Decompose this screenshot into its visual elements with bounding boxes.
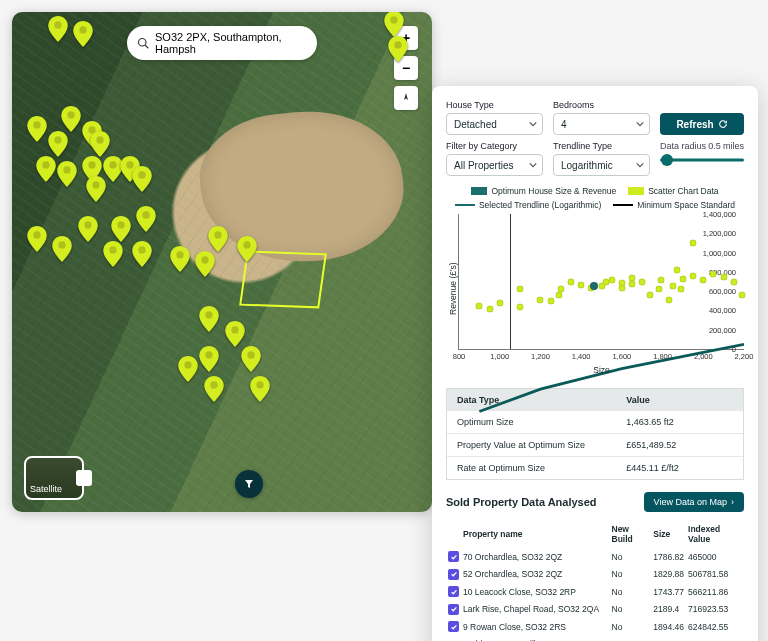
search-value: SO32 2PX, Southampton, Hampsh	[155, 31, 307, 55]
scatter-point	[537, 296, 544, 303]
search-icon	[137, 37, 149, 49]
trendline-field: Trendline Type Logarithmic	[553, 141, 650, 176]
map-pin[interactable]	[27, 226, 47, 252]
slider-knob[interactable]	[661, 154, 673, 166]
svg-point-10	[97, 136, 104, 143]
map-pin[interactable]	[132, 166, 152, 192]
property-name: 52 Orchardlea, SO32 2QZ	[461, 566, 610, 584]
property-name: 10 Leacock Close, SO32 2RP	[461, 583, 610, 601]
col-new-build: New Build	[610, 520, 652, 548]
map-pin[interactable]	[132, 241, 152, 267]
svg-point-14	[109, 161, 116, 168]
basemap-toggle[interactable]: Satellite ›	[24, 456, 84, 500]
map-pin[interactable]	[208, 226, 228, 252]
map-pin[interactable]	[199, 346, 219, 372]
optimum-point	[590, 282, 598, 290]
map-filter-fab[interactable]	[235, 470, 263, 498]
map-pin[interactable]	[52, 236, 72, 262]
x-axis-label: Size	[593, 365, 610, 375]
sold-row[interactable]: 70 Orchardlea, SO32 2QZNo1786.82465000	[446, 548, 744, 566]
svg-point-26	[214, 231, 221, 238]
min-space-standard-line	[510, 214, 511, 349]
map-pin[interactable]	[237, 236, 257, 262]
map-pin[interactable]	[27, 116, 47, 142]
map-pin[interactable]	[199, 306, 219, 332]
map-pin[interactable]	[384, 12, 404, 37]
map-pin[interactable]	[57, 161, 77, 187]
svg-point-20	[84, 221, 91, 228]
svg-point-2	[55, 21, 62, 28]
map-pin[interactable]	[241, 346, 261, 372]
chevron-down-icon	[529, 161, 537, 169]
scatter-point	[738, 292, 745, 299]
sold-row[interactable]: 10 Leacock Close, SO32 2RPNo1743.7756621…	[446, 583, 744, 601]
chart-plot[interactable]: Size 0200,000400,000600,000800,0001,000,…	[458, 214, 744, 350]
sold-row[interactable]: 9 Rowan Close, SO32 2RSNo1894.46624842.5…	[446, 618, 744, 636]
svg-point-31	[206, 351, 213, 358]
map-pin[interactable]	[78, 216, 98, 242]
legend-swatch-optimum	[471, 187, 487, 195]
scatter-point	[679, 275, 686, 282]
house-type-select[interactable]: Detached	[446, 113, 543, 135]
size: 1617.83	[651, 636, 686, 642]
refresh-button[interactable]: Refresh	[660, 113, 744, 135]
size: 1786.82	[651, 548, 686, 566]
new-build: No	[610, 601, 652, 619]
map-pin[interactable]	[73, 21, 93, 47]
checkbox[interactable]	[448, 551, 459, 562]
scatter-point	[639, 278, 646, 285]
checkbox[interactable]	[448, 586, 459, 597]
scatter-point	[618, 280, 625, 287]
x-tick: 1,400	[572, 352, 591, 361]
house-type-label: House Type	[446, 100, 543, 110]
bedrooms-select[interactable]: 4	[553, 113, 650, 135]
checkbox[interactable]	[448, 621, 459, 632]
map-pin[interactable]	[170, 246, 190, 272]
chevron-down-icon	[636, 120, 644, 128]
map-pin[interactable]	[61, 106, 81, 132]
refresh-icon	[718, 119, 728, 129]
map-pin[interactable]	[48, 131, 68, 157]
svg-point-12	[63, 166, 70, 173]
map-pin[interactable]	[225, 321, 245, 347]
map-pin[interactable]	[36, 156, 56, 182]
map-pin[interactable]	[178, 356, 198, 382]
x-tick: 800	[453, 352, 466, 361]
map-pin[interactable]	[204, 376, 224, 402]
sold-row[interactable]: 52 Orchardlea, SO32 2QZNo1829.88506781.5…	[446, 566, 744, 584]
x-tick: 1,600	[612, 352, 631, 361]
map[interactable]: SO32 2PX, Southampton, Hampsh + − Satell…	[12, 12, 432, 512]
map-pin[interactable]	[103, 241, 123, 267]
map-pin[interactable]	[250, 376, 270, 402]
chevron-down-icon	[529, 120, 537, 128]
scatter-point	[657, 276, 664, 283]
map-pin[interactable]	[90, 131, 110, 157]
svg-point-19	[118, 221, 125, 228]
map-pin[interactable]	[86, 176, 106, 202]
svg-point-27	[244, 241, 251, 248]
new-build: No	[610, 566, 652, 584]
size: 2189.4	[651, 601, 686, 619]
map-pin[interactable]	[136, 206, 156, 232]
checkbox[interactable]	[448, 604, 459, 615]
trendline-label: Trendline Type	[553, 141, 650, 151]
map-search[interactable]: SO32 2PX, Southampton, Hampsh	[127, 26, 317, 60]
sold-row[interactable]: Lark Rise, Chapel Road, SO32 2QANo2189.4…	[446, 601, 744, 619]
scatter-point	[669, 283, 676, 290]
trendline-select[interactable]: Logarithmic	[553, 154, 650, 176]
map-pin[interactable]	[388, 36, 408, 62]
bedrooms-field: Bedrooms 4	[553, 100, 650, 135]
compass-button[interactable]	[394, 86, 418, 110]
svg-point-28	[202, 256, 209, 263]
svg-point-3	[80, 26, 87, 33]
sold-row[interactable]: Stable Cottage, Hill Grove Lane, SO32 2N…	[446, 636, 744, 642]
size: 1894.46	[651, 618, 686, 636]
map-pin[interactable]	[48, 16, 68, 42]
map-pin[interactable]	[195, 251, 215, 277]
svg-point-25	[176, 251, 183, 258]
radius-slider[interactable]	[660, 153, 744, 167]
scatter-point	[710, 270, 717, 277]
category-select[interactable]: All Properties	[446, 154, 543, 176]
checkbox[interactable]	[448, 569, 459, 580]
map-pin[interactable]	[111, 216, 131, 242]
